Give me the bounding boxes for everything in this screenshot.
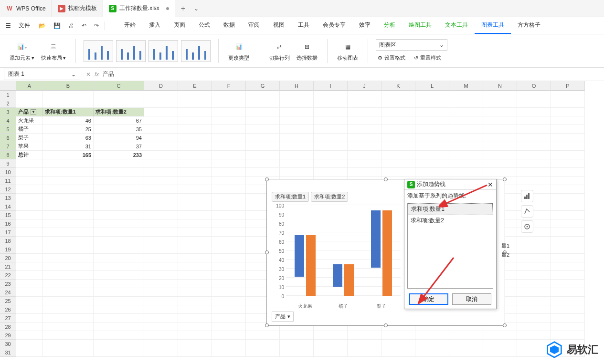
cell-F30[interactable]: [212, 340, 246, 348]
cell-E6[interactable]: [178, 134, 212, 142]
cell-L8[interactable]: [415, 151, 449, 159]
cell-P16[interactable]: [551, 219, 585, 228]
cell-O2[interactable]: [517, 99, 551, 108]
cell-J7[interactable]: [348, 142, 381, 151]
resize-handle[interactable]: [384, 177, 388, 181]
cell-B4[interactable]: 46: [43, 116, 94, 125]
cell-H3[interactable]: [280, 108, 314, 116]
cell-C4[interactable]: 67: [94, 116, 144, 125]
open-icon[interactable]: 📂: [36, 21, 49, 31]
cell-A28[interactable]: [16, 322, 43, 331]
cell-G3[interactable]: [246, 108, 280, 116]
row-header-28[interactable]: 28: [0, 322, 16, 331]
cell-E24[interactable]: [178, 288, 212, 297]
app-tab-template[interactable]: ▶ 找稻壳模板: [52, 0, 103, 17]
cell-F20[interactable]: [212, 254, 246, 262]
cell-A16[interactable]: [16, 219, 43, 228]
cell-E12[interactable]: [178, 185, 212, 194]
set-format-button[interactable]: ⚙ 设置格式: [376, 53, 407, 62]
tab-fanfang[interactable]: 方方格子: [511, 17, 547, 34]
cell-O23[interactable]: [517, 280, 551, 288]
cell-M3[interactable]: [449, 108, 483, 116]
cell-N7[interactable]: [483, 142, 517, 151]
resize-handle[interactable]: [265, 250, 269, 254]
cell-B11[interactable]: [43, 177, 94, 185]
cell-L5[interactable]: [415, 125, 449, 134]
cancel-button[interactable]: 取消: [452, 293, 491, 305]
cell-B17[interactable]: [43, 228, 94, 237]
row-header-3[interactable]: 3: [0, 108, 16, 116]
cell-J5[interactable]: [348, 125, 381, 134]
column-header-H[interactable]: H: [280, 81, 314, 91]
row-header-5[interactable]: 5: [0, 125, 16, 134]
cell-D11[interactable]: [144, 177, 178, 185]
cell-H5[interactable]: [280, 125, 314, 134]
tab-chart-tools[interactable]: 图表工具: [475, 17, 511, 34]
cell-E10[interactable]: [178, 168, 212, 177]
row-header-27[interactable]: 27: [0, 314, 16, 322]
cell-P27[interactable]: [551, 314, 585, 322]
cell-D15[interactable]: [144, 211, 178, 219]
cell-A15[interactable]: [16, 211, 43, 219]
cell-H10[interactable]: [280, 168, 314, 177]
cell-C8[interactable]: 233: [94, 151, 144, 159]
cell-F1[interactable]: [212, 91, 246, 99]
cell-O20[interactable]: [517, 254, 551, 262]
cell-H9[interactable]: [280, 159, 314, 168]
cell-G1[interactable]: [246, 91, 280, 99]
cell-F5[interactable]: [212, 125, 246, 134]
cell-G30[interactable]: [246, 340, 280, 348]
cell-A21[interactable]: [16, 262, 43, 271]
column-header-D[interactable]: D: [144, 81, 178, 91]
cell-E26[interactable]: [178, 305, 212, 314]
cell-J2[interactable]: [348, 99, 381, 108]
cell-B28[interactable]: [43, 322, 94, 331]
cell-F15[interactable]: [212, 211, 246, 219]
cell-L1[interactable]: [415, 91, 449, 99]
cell-B29[interactable]: [43, 331, 94, 340]
cell-B20[interactable]: [43, 254, 94, 262]
cell-J4[interactable]: [348, 116, 381, 125]
cell-N9[interactable]: [483, 159, 517, 168]
cell-P29[interactable]: [551, 331, 585, 340]
cell-I3[interactable]: [314, 108, 348, 116]
cell-A18[interactable]: [16, 237, 43, 245]
cell-O27[interactable]: [517, 314, 551, 322]
cell-D14[interactable]: [144, 202, 178, 211]
cell-D8[interactable]: [144, 151, 178, 159]
cell-P22[interactable]: [551, 271, 585, 280]
column-header-M[interactable]: M: [449, 81, 483, 91]
cell-G2[interactable]: [246, 99, 280, 108]
tab-start[interactable]: 开始: [117, 17, 142, 34]
cell-P19[interactable]: [551, 245, 585, 254]
cell-D1[interactable]: [144, 91, 178, 99]
cell-D6[interactable]: [144, 134, 178, 142]
cell-D12[interactable]: [144, 185, 178, 194]
cell-F26[interactable]: [212, 305, 246, 314]
cell-A24[interactable]: [16, 288, 43, 297]
cell-P24[interactable]: [551, 288, 585, 297]
cell-M4[interactable]: [449, 116, 483, 125]
cell-O7[interactable]: [517, 142, 551, 151]
cell-E5[interactable]: [178, 125, 212, 134]
chart-style-2[interactable]: [116, 40, 146, 62]
cell-E9[interactable]: [178, 159, 212, 168]
cell-B31[interactable]: [43, 348, 94, 357]
cell-C1[interactable]: [94, 91, 144, 99]
cell-B12[interactable]: [43, 185, 94, 194]
cell-D27[interactable]: [144, 314, 178, 322]
cell-K8[interactable]: [381, 151, 415, 159]
cell-J29[interactable]: [348, 331, 381, 340]
cell-P11[interactable]: [551, 177, 585, 185]
cell-I9[interactable]: [314, 159, 348, 168]
cell-B23[interactable]: [43, 280, 94, 288]
tab-view[interactable]: 视图: [266, 17, 291, 34]
cell-C15[interactable]: [94, 211, 144, 219]
cell-P4[interactable]: [551, 116, 585, 125]
dialog-series-list[interactable]: 求和项:数量1 求和项:数量2: [407, 203, 493, 289]
cell-P23[interactable]: [551, 280, 585, 288]
cell-F7[interactable]: [212, 142, 246, 151]
row-header-9[interactable]: 9: [0, 159, 16, 168]
cell-A29[interactable]: [16, 331, 43, 340]
cell-C17[interactable]: [94, 228, 144, 237]
